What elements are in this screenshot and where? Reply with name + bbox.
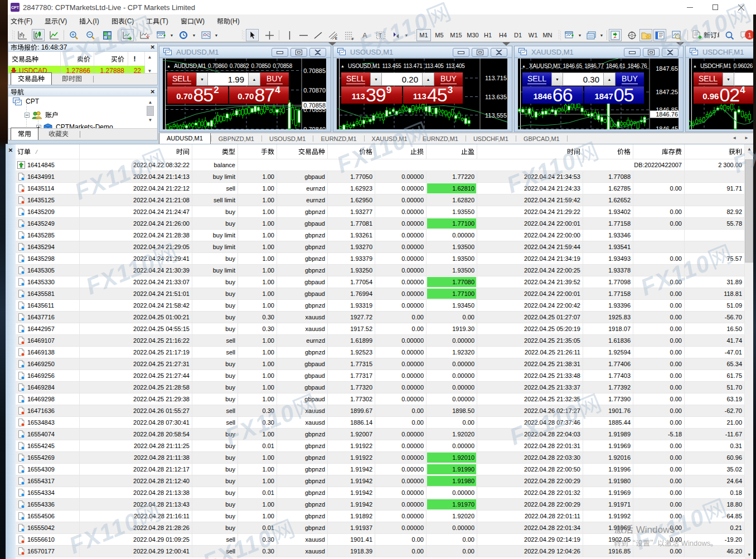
order-row[interactable]: 165550422022.04.28 21:28:26buy0.01gbpnzd… — [16, 522, 745, 534]
order-row[interactable]: 165348432022.04.28 07:30:41sell0.30xauus… — [16, 417, 745, 429]
shift-chart-icon[interactable] — [138, 29, 151, 41]
sell-button[interactable]: SELL — [694, 72, 723, 86]
timeframe-H1[interactable]: H1 — [481, 29, 495, 41]
order-row[interactable]: 164352982022.04.24 21:29:41buy1.00gbpnzd… — [16, 253, 745, 265]
text-icon[interactable]: A — [359, 29, 372, 41]
profiles-icon[interactable] — [585, 29, 598, 41]
orders-header-3[interactable] — [238, 144, 277, 159]
sell-price[interactable]: 113399 — [341, 86, 402, 104]
orders-header-8[interactable] — [477, 144, 583, 159]
lot-size-value[interactable]: 0.20 — [382, 72, 422, 86]
order-row[interactable]: 164352942022.04.24 21:29:05buy limit1.00… — [16, 241, 745, 253]
navigator-close-icon[interactable]: ✕ — [151, 89, 155, 95]
scrollbar-thumb[interactable] — [745, 159, 753, 263]
orders-header-4[interactable] — [277, 144, 328, 159]
order-row[interactable]: 164691072022.04.25 21:16:22sell1.00eurnz… — [16, 335, 745, 347]
order-row[interactable]: 164352852022.04.24 21:28:38buy limit1.00… — [16, 230, 745, 241]
vline-icon[interactable] — [283, 29, 296, 41]
order-row[interactable]: 164429572022.04.25 04:55:15buy0.30xauusd… — [16, 323, 745, 335]
timeframe-M1[interactable]: M1 — [416, 29, 431, 41]
order-row[interactable]: 165540742022.04.28 20:58:54buy1.00gbpnzd… — [16, 429, 745, 440]
zoom-out-icon[interactable] — [84, 29, 97, 41]
profiles-dropdown-icon[interactable]: ▼ — [598, 29, 605, 41]
order-row[interactable]: 164352092022.04.24 21:24:47buy1.00gbpnzd… — [16, 206, 745, 218]
chart-window-usdchf-m1[interactable]: USDCHF,M1▲USDCHF,M10.960260SELL▼▲BUY0.96… — [685, 46, 756, 132]
sell-price[interactable]: 0.96024 — [694, 86, 754, 104]
sell-price[interactable]: 0.70852 — [167, 86, 228, 104]
mw-tab-0[interactable] — [11, 72, 52, 85]
scrollbar-thumb[interactable] — [147, 106, 154, 116]
chart-minimize-button[interactable] — [624, 48, 641, 57]
mw-header-0[interactable] — [8, 52, 61, 66]
chart-minimize-button[interactable] — [272, 48, 288, 57]
market-watch-icon[interactable] — [609, 29, 622, 41]
buy-price[interactable]: 113453 — [403, 86, 463, 104]
orders-header-10[interactable] — [633, 144, 685, 159]
navigator-icon[interactable] — [639, 29, 652, 41]
search-icon[interactable] — [723, 29, 736, 41]
ohlc-expand-icon[interactable]: ▲ — [693, 64, 697, 68]
tile-windows-icon[interactable] — [101, 29, 114, 41]
zoom-in-icon[interactable] — [67, 29, 80, 41]
new-order-label[interactable] — [704, 31, 719, 39]
chart-canvas[interactable]: ▲USDCHF,M10.960260SELL▼▲BUY0.96024 — [689, 59, 756, 129]
cursor-icon[interactable] — [246, 29, 259, 41]
order-row[interactable]: 165566102022.04.29 01:09:25sell0.30xauus… — [16, 534, 745, 546]
lot-size-value[interactable]: 1.99 — [208, 72, 248, 86]
order-row[interactable]: 164716362022.04.26 01:55:27sell0.30xauus… — [16, 405, 745, 417]
market-watch-titlebar[interactable]: : 16:48:37 ✕ — [8, 43, 157, 52]
chart-minimize-button[interactable] — [453, 48, 469, 57]
tree-expander-minus[interactable] — [25, 113, 30, 118]
order-row[interactable]: 165543342022.04.28 21:13:38buy0.01gbpnzd… — [16, 487, 745, 499]
nav-tab-1[interactable] — [42, 129, 75, 140]
data-window-icon[interactable] — [626, 29, 638, 41]
timeframe-MN[interactable]: MN — [540, 29, 555, 41]
chart-restore-button[interactable] — [290, 48, 307, 57]
menu-file[interactable]: (F) — [8, 15, 35, 27]
hline-icon[interactable] — [297, 29, 310, 41]
tester-icon[interactable] — [670, 29, 683, 41]
order-row[interactable]: 164692502022.04.25 21:27:31buy1.00gbpaud… — [16, 358, 745, 370]
order-row[interactable]: 164351142022.04.24 21:22:12sell1.00eurnz… — [16, 183, 745, 195]
fibo-icon[interactable]: F — [343, 29, 356, 41]
order-row[interactable]: 165543092022.04.28 21:12:17buy1.00gbpnzd… — [16, 464, 745, 475]
buy-price[interactable]: 184705 — [584, 86, 644, 104]
timeframe-D1[interactable]: D1 — [511, 29, 525, 41]
order-row[interactable]: 164692842022.04.25 21:28:58buy1.00gbpaud… — [16, 382, 745, 393]
order-row[interactable]: 164692562022.04.25 21:27:44buy1.00gbpaud… — [16, 370, 745, 382]
new-order-icon[interactable] — [690, 29, 703, 41]
chart-tab-gbpcad-m1[interactable]: GBPCAD,M1 — [516, 133, 567, 144]
order-row[interactable]: 165542692022.04.28 21:11:38buy1.00gbpnzd… — [16, 452, 745, 464]
scroll-up-icon[interactable]: ▲ — [146, 53, 154, 61]
timeframe-M5[interactable]: M5 — [432, 29, 447, 41]
scroll-up-icon[interactable]: ▲ — [146, 98, 154, 106]
order-row[interactable]: 164356112022.04.24 21:58:42buy1.00gbpnzd… — [16, 300, 745, 312]
mw-tab-1[interactable] — [55, 74, 89, 85]
order-row[interactable]: 164353302022.04.24 21:33:07buy1.00gbpaud… — [16, 276, 745, 288]
mw-header-2[interactable] — [94, 52, 128, 66]
nav-tab-0[interactable] — [11, 128, 38, 140]
order-row[interactable]: 165543172022.04.28 21:12:40buy1.00gbpnzd… — [16, 475, 745, 487]
order-row[interactable]: 164349912022.04.24 21:14:13buy limit1.00… — [16, 171, 745, 183]
channel-icon[interactable]: E — [327, 29, 340, 41]
window-titlebar[interactable]: CPT 2847780: CPTMarketsLtd-Live - CPT Ma… — [8, 0, 756, 14]
menu-view[interactable]: (V) — [42, 15, 70, 27]
order-row[interactable]: 165545062022.04.28 21:16:11buy1.00gbpnzd… — [16, 511, 745, 522]
orders-header-11[interactable] — [685, 144, 745, 159]
new-chart-icon[interactable] — [563, 29, 576, 41]
chart-tab-usdchf-m1[interactable]: USDCHF,M1 — [466, 133, 516, 144]
label-icon[interactable]: T — [374, 29, 387, 41]
arrows-icon[interactable] — [390, 29, 403, 41]
chart-close-button[interactable] — [491, 48, 507, 57]
tree-item--[interactable] — [25, 110, 59, 120]
periods-dropdown-icon[interactable]: ▼ — [191, 29, 197, 41]
market-watch-close-icon[interactable]: ✕ — [151, 44, 155, 50]
order-row[interactable]: 164352492022.04.24 21:26:00buy1.00gbpaud… — [16, 218, 745, 230]
timeframe-M30[interactable]: M30 — [464, 29, 481, 41]
navigator-titlebar[interactable]: ✕ — [8, 88, 157, 96]
mw-header-3[interactable]: ! — [128, 52, 145, 66]
orders-header-1[interactable] — [80, 144, 192, 159]
chart-tab-xauusd-m1[interactable]: XAUUSD,M1 — [365, 133, 415, 144]
timeframe-H4[interactable]: H4 — [496, 29, 510, 41]
sell-button[interactable]: SELL — [167, 72, 196, 86]
